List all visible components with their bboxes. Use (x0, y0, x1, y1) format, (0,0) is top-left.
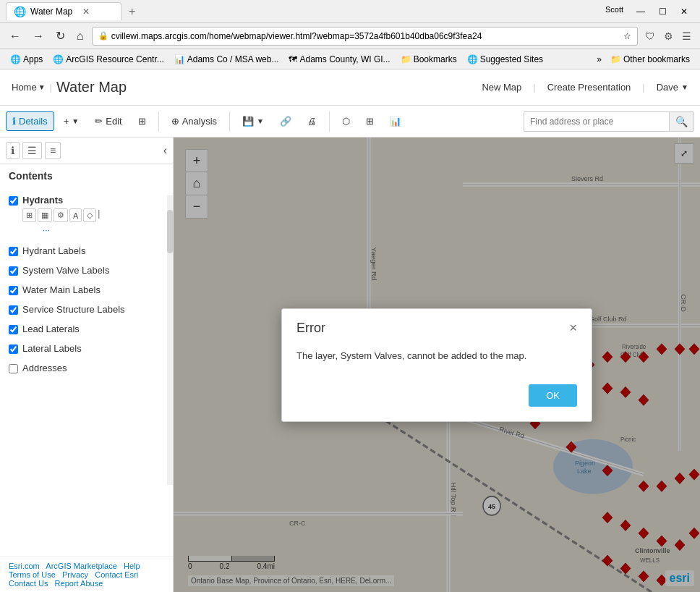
hydrants-filter-button[interactable]: ⚙ (54, 208, 68, 222)
user-label: Dave (657, 82, 678, 93)
maximize-button[interactable]: ☐ (652, 4, 673, 20)
details-button[interactable]: ℹ Details (6, 111, 54, 131)
list-item: Water Main Labels (0, 280, 173, 300)
search-button[interactable]: 🔍 (669, 112, 693, 131)
directions-button[interactable]: ⬡ (336, 111, 357, 131)
list-item: System Valve Labels (0, 261, 173, 280)
lead-laterals-checkbox[interactable] (9, 325, 18, 334)
save-icon: 💾 (242, 116, 254, 127)
hydrant-labels-checkbox[interactable] (9, 247, 18, 256)
hydrants-table2-button[interactable]: ▦ (38, 208, 52, 222)
share-button[interactable]: 🔗 (273, 111, 298, 131)
esri-link[interactable]: Esri.com (9, 562, 40, 570)
service-structure-labels-label: Service Structure Labels (22, 304, 164, 315)
report-abuse-link[interactable]: Report Abuse (55, 579, 103, 588)
new-tab-button[interactable]: + (124, 5, 140, 18)
chart-button[interactable]: 📊 (383, 111, 408, 131)
measure-button[interactable]: ⊞ (359, 111, 380, 131)
search-input[interactable] (524, 117, 669, 127)
home-link[interactable]: Home ▼ (12, 82, 46, 93)
bookmark-adams-msa[interactable]: 📊 Adams Co / MSA web... (170, 53, 283, 66)
hydrants-more-link[interactable]: ··· (22, 224, 100, 237)
address-action-buttons: 🛡 ⚙ ☰ (642, 29, 694, 43)
list-tab-button[interactable]: ☰ (22, 142, 42, 159)
add-content-button[interactable]: + ▼ (57, 111, 86, 131)
back-button[interactable]: ← (6, 28, 25, 44)
edit-button[interactable]: ✏ Edit (88, 111, 128, 131)
share-icon: 🔗 (280, 116, 291, 127)
dialog-ok-button[interactable]: OK (529, 384, 577, 407)
save-button[interactable]: 💾 ▼ (236, 111, 270, 131)
directions-icon: ⬡ (342, 116, 350, 127)
print-button[interactable]: 🖨 (301, 111, 323, 131)
analysis-label: Analysis (182, 116, 217, 127)
reload-button[interactable]: ↻ (52, 28, 69, 44)
star-icon[interactable]: ☆ (623, 31, 631, 41)
bookmark-arcgis-resource[interactable]: 🌐 ArcGIS Resource Centr... (48, 53, 168, 66)
service-structure-labels-checkbox[interactable] (9, 305, 18, 315)
bookmark-bookmarks[interactable]: 📁 Bookmarks (396, 53, 461, 66)
contact-us-link[interactable]: Contact Us (9, 579, 48, 588)
bookmark-suggested[interactable]: 🌐 Suggested Sites (463, 53, 547, 66)
system-valve-labels-label: System Valve Labels (22, 265, 164, 276)
bookmark-adams-county[interactable]: 🗺 Adams County, WI GI... (284, 53, 394, 66)
lateral-labels-checkbox[interactable] (9, 344, 18, 354)
contact-esri-link[interactable]: Contact Esri (95, 570, 138, 579)
app-container: Home ▼ | Water Map New Map | Create Pres… (0, 69, 700, 592)
help-link[interactable]: Help (124, 562, 140, 570)
table-button[interactable]: ⊞ (132, 111, 153, 131)
browser-tab[interactable]: 🌐 Water Map ✕ (6, 2, 121, 20)
address-input[interactable] (111, 31, 620, 41)
menu-button[interactable]: ☰ (679, 29, 694, 43)
add-content-icon: + (64, 116, 69, 127)
toolbar-separator-1 (158, 111, 159, 132)
header-divider-2: | (533, 82, 535, 93)
tab-title: Water Map (30, 7, 72, 17)
app-header: Home ▼ | Water Map New Map | Create Pres… (0, 69, 700, 106)
extension-button[interactable]: ⚙ (661, 29, 676, 43)
home-nav-button[interactable]: ⌂ (73, 28, 88, 44)
dialog-close-button[interactable]: × (569, 321, 577, 334)
hydrants-label-button[interactable]: A (69, 208, 82, 222)
privacy-link[interactable]: Privacy (62, 570, 88, 579)
system-valve-labels-checkbox[interactable] (9, 266, 18, 276)
water-main-labels-checkbox[interactable] (9, 286, 18, 295)
map-area[interactable]: Pigeon Lake Yaeger Rd Hill Top Rd Siever… (174, 138, 700, 592)
sidebar-scrollbar[interactable] (167, 195, 173, 485)
minimize-button[interactable]: — (631, 4, 651, 20)
header-divider-3: | (642, 82, 644, 93)
water-main-labels-label: Water Main Labels (22, 284, 164, 295)
new-map-link[interactable]: New Map (482, 82, 521, 93)
address-bar[interactable]: 🔒 ☆ (92, 27, 638, 46)
hydrants-symbol-button[interactable]: ◇ (83, 208, 96, 222)
info-tab-button[interactable]: ℹ (6, 142, 20, 159)
addresses-checkbox[interactable] (9, 364, 18, 373)
measure-icon: ⊞ (366, 116, 374, 127)
hydrants-table-button[interactable]: ⊞ (22, 208, 36, 222)
legend-tab-button[interactable]: ≡ (45, 142, 61, 159)
toolbar-search[interactable]: 🔍 (524, 111, 694, 132)
analysis-button[interactable]: ⊕ Analysis (165, 111, 223, 131)
tab-close-button[interactable]: ✕ (82, 7, 90, 17)
app-toolbar: ℹ Details + ▼ ✏ Edit ⊞ ⊕ Analysis 💾 ▼ 🔗 … (0, 106, 700, 138)
print-icon: 🖨 (307, 116, 317, 127)
terms-link[interactable]: Terms of Use (9, 570, 56, 579)
bookmark-apps[interactable]: 🌐 hydrants Apps (6, 53, 47, 66)
list-item: Hydrants ⊞ ▦ ⚙ A ◇ | ··· (0, 190, 173, 241)
other-bookmarks-label: Other bookmarks (623, 54, 690, 64)
list-item: Lateral Labels (0, 339, 173, 358)
close-button[interactable]: ✕ (674, 4, 694, 20)
browser-addressbar: ← → ↻ ⌂ 🔒 ☆ 🛡 ⚙ ☰ (0, 23, 700, 49)
home-dropdown-icon: ▼ (38, 83, 46, 91)
sidebar-collapse-button[interactable]: ‹ (163, 144, 167, 157)
hydrants-checkbox[interactable] (9, 196, 18, 206)
shield-button[interactable]: 🛡 (642, 29, 658, 43)
other-bookmarks[interactable]: 📁 Other bookmarks (606, 53, 694, 66)
details-icon: ℹ (12, 116, 16, 127)
bookmarks-more-button[interactable]: » (594, 53, 605, 66)
user-menu[interactable]: Dave ▼ (657, 82, 688, 93)
create-presentation-link[interactable]: Create Presentation (547, 82, 631, 93)
forward-button[interactable]: → (29, 28, 48, 44)
marketplace-link[interactable]: ArcGIS Marketplace (46, 562, 116, 570)
user-dropdown-icon: ▼ (681, 83, 688, 91)
